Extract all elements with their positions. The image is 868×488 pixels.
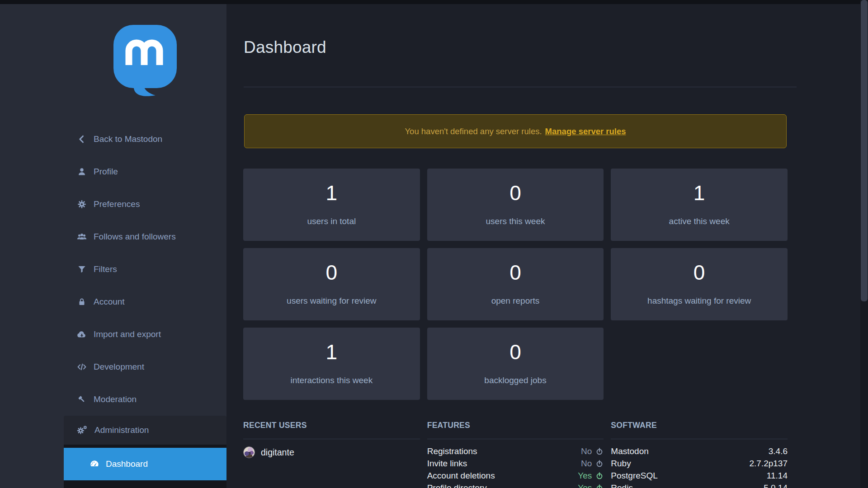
feature-value: Yes: [578, 483, 592, 488]
code-icon: [77, 362, 87, 371]
feature-row: Profile directory Yes: [427, 482, 604, 488]
vertical-scrollbar: [860, 0, 868, 488]
stat-card-users-in-total: 1 users in total: [243, 169, 420, 241]
section-divider: [427, 439, 604, 439]
user-avatar: [243, 446, 255, 458]
scrollbar-thumb[interactable]: [861, 0, 868, 301]
stat-label: interactions this week: [243, 375, 420, 385]
sidebar-item-account[interactable]: Account: [0, 286, 226, 318]
sidebar-item-label: Follows and followers: [94, 232, 176, 242]
filter-icon: [77, 265, 87, 274]
main-content: Dashboard You haven't defined any server…: [226, 0, 868, 488]
stat-value: 0: [243, 260, 420, 285]
stat-label: hashtags waiting for review: [611, 296, 788, 306]
feature-label: Profile directory: [427, 483, 487, 488]
stat-value: 0: [427, 260, 604, 285]
section-divider: [243, 439, 420, 439]
sidebar: Back to Mastodon Profile Preferences: [0, 0, 226, 488]
feature-label: Registrations: [427, 446, 477, 456]
sidebar-item-filters[interactable]: Filters: [0, 253, 226, 286]
feature-row: Invite links No: [427, 457, 604, 469]
software-version: 11.14: [767, 471, 788, 481]
lock-icon: [77, 297, 87, 306]
window-top-strip: [0, 0, 868, 4]
stat-card-users-this-week: 0 users this week: [427, 169, 604, 241]
stat-card-hashtags-waiting-for-review: 0 hashtags waiting for review: [611, 248, 788, 320]
stat-value: 1: [611, 181, 788, 205]
stat-value: 1: [243, 340, 420, 364]
software-label: Mastodon: [611, 446, 648, 456]
mastodon-admin-page: Back to Mastodon Profile Preferences: [0, 0, 868, 488]
features-section: FEATURES Registrations No Invite links N…: [427, 419, 604, 488]
submenu-background: [64, 480, 226, 488]
feature-value: No: [581, 459, 592, 469]
sidebar-item-label: Moderation: [94, 394, 137, 404]
section-title: RECENT USERS: [243, 419, 420, 431]
sidebar-item-profile[interactable]: Profile: [0, 155, 226, 188]
feature-row: Registrations No: [427, 445, 604, 457]
power-on-icon: [595, 472, 604, 480]
stat-label: users waiting for review: [243, 296, 420, 306]
users-icon: [77, 232, 87, 241]
title-divider: [244, 87, 797, 87]
stat-card-open-reports: 0 open reports: [427, 248, 604, 320]
stat-card-backlogged-jobs: 0 backlogged jobs: [427, 328, 604, 400]
stat-label: open reports: [427, 296, 604, 306]
sidebar-item-dashboard-active[interactable]: Dashboard: [64, 448, 226, 480]
software-section: SOFTWARE Mastodon 3.4.6 Ruby 2.7.2p137 P…: [611, 419, 788, 488]
cogs-icon: [77, 425, 89, 435]
stat-label: backlogged jobs: [427, 375, 604, 385]
sidebar-item-administration[interactable]: Administration: [64, 416, 226, 445]
section-divider: [611, 439, 788, 439]
section-title: SOFTWARE: [611, 419, 788, 431]
mastodon-logo[interactable]: [111, 23, 179, 99]
sidebar-item-follows-and-followers[interactable]: Follows and followers: [0, 221, 226, 253]
sidebar-item-preferences[interactable]: Preferences: [0, 188, 226, 221]
software-row: Redis 5.0.14: [611, 482, 788, 488]
sidebar-item-development[interactable]: Development: [0, 351, 226, 383]
manage-server-rules-link[interactable]: Manage server rules: [545, 127, 626, 136]
section-title: FEATURES: [427, 419, 604, 431]
software-row: PostgreSQL 11.14: [611, 469, 788, 482]
software-label: PostgreSQL: [611, 471, 658, 481]
sidebar-item-label: Dashboard: [106, 459, 148, 469]
software-label: Ruby: [611, 459, 631, 469]
sidebar-item-label: Back to Mastodon: [94, 134, 162, 144]
sidebar-nav: Back to Mastodon Profile Preferences: [0, 123, 226, 416]
feature-value: No: [581, 446, 592, 456]
sidebar-item-label: Administration: [94, 425, 149, 435]
stat-value: 1: [243, 181, 420, 205]
cloud-download-icon: [77, 330, 87, 339]
submenu-background: [64, 445, 226, 448]
page-title: Dashboard: [244, 38, 326, 57]
sidebar-item-moderation[interactable]: Moderation: [0, 383, 226, 416]
username: digitante: [261, 447, 294, 458]
sidebar-item-import-and-export[interactable]: Import and export: [0, 318, 226, 351]
stat-value: 0: [427, 340, 604, 364]
stat-value: 0: [611, 260, 788, 285]
user-icon: [77, 167, 87, 176]
sidebar-item-back-to-mastodon[interactable]: Back to Mastodon: [0, 123, 226, 155]
gear-icon: [77, 200, 87, 209]
feature-label: Invite links: [427, 459, 467, 469]
mastodon-logo-icon: [111, 23, 179, 99]
sidebar-item-label: Development: [94, 362, 144, 372]
software-version: 5.0.14: [764, 483, 788, 488]
software-version: 3.4.6: [769, 446, 788, 456]
power-on-icon: [595, 484, 604, 488]
stats-grid: 1 users in total 0 users this week 1 act…: [243, 169, 788, 400]
gavel-icon: [77, 395, 87, 404]
sidebar-item-label: Account: [94, 297, 125, 307]
sidebar-item-label: Profile: [94, 167, 118, 177]
stat-card-users-waiting-for-review: 0 users waiting for review: [243, 248, 420, 320]
sidebar-item-label: Filters: [94, 264, 117, 274]
stat-label: users this week: [427, 216, 604, 226]
recent-user-row[interactable]: digitante: [243, 445, 420, 460]
stat-value: 0: [427, 181, 604, 205]
stat-card-interactions-this-week: 1 interactions this week: [243, 328, 420, 400]
chevron-left-icon: [77, 135, 87, 144]
dashboard-bottom-sections: RECENT USERS digitante FEATURES Registra…: [243, 419, 788, 488]
software-row: Mastodon 3.4.6: [611, 445, 788, 457]
power-off-icon: [595, 447, 604, 455]
software-row: Ruby 2.7.2p137: [611, 457, 788, 469]
